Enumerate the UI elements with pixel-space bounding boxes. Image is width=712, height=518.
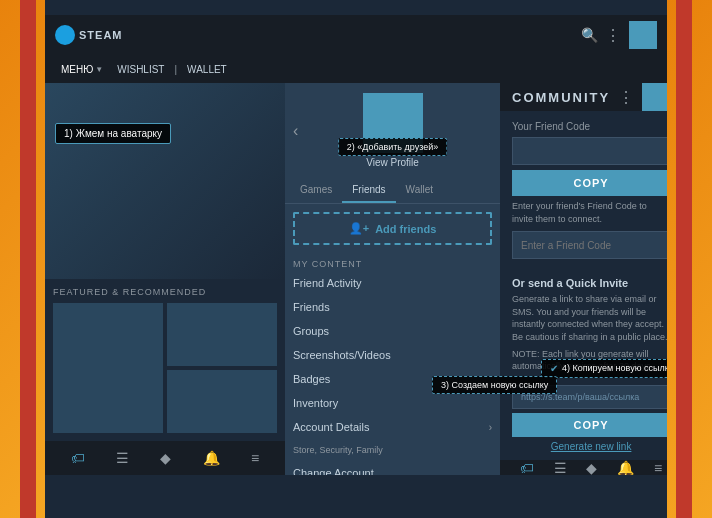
list-icon[interactable]: ☰ xyxy=(116,450,129,466)
nav-wishlist[interactable]: WISHLIST xyxy=(111,60,170,79)
quick-invite-title: Or send a Quick Invite xyxy=(512,277,667,289)
bell-icon-right[interactable]: 🔔 xyxy=(617,460,634,475)
more-options-icon[interactable]: ⋮ xyxy=(605,26,621,45)
profile-area xyxy=(45,83,285,279)
left-panel: 1) Жмем на аватарку FEATURED & RECOMMEND… xyxy=(45,83,285,475)
menu-icon[interactable]: ≡ xyxy=(251,450,259,466)
enter-friend-code-input[interactable] xyxy=(512,231,667,259)
bottom-bar-left: 🏷 ☰ ◆ 🔔 ≡ xyxy=(45,441,285,475)
checkmark-icon: ✔ xyxy=(550,363,558,374)
friend-code-label: Your Friend Code xyxy=(512,121,667,132)
tooltip-4: ✔ 4) Копируем новую ссылку xyxy=(541,359,667,378)
link-area: ✔ 4) Копируем новую ссылку https://s.tea… xyxy=(500,377,667,460)
nav-wallet[interactable]: WALLET xyxy=(181,60,233,79)
featured-title: FEATURED & RECOMMENDED xyxy=(53,287,277,297)
tag-icon-right[interactable]: 🏷 xyxy=(520,460,534,475)
gift-ribbon-vertical-right xyxy=(676,0,692,518)
steam-header: STEAM 🔍 ⋮ xyxy=(45,15,667,55)
menu-item-friends[interactable]: Friends xyxy=(285,295,500,319)
profile-card: ‹ View Profile 2) «Добавить друзей» xyxy=(285,83,500,178)
bottom-bar-right: 🏷 ☰ ◆ 🔔 ≡ xyxy=(500,460,667,475)
tooltip-1: 1) Жмем на аватарку xyxy=(55,123,171,144)
menu-item-screenshots[interactable]: Screenshots/Videos xyxy=(285,343,500,367)
profile-tabs: Games Friends Wallet xyxy=(285,178,500,204)
steam-title: STEAM xyxy=(79,29,123,41)
gift-ribbon-vertical-left xyxy=(20,0,36,518)
featured-section: FEATURED & RECOMMENDED xyxy=(45,279,285,441)
featured-image-large xyxy=(53,303,163,433)
generate-new-link-button[interactable]: Generate new link xyxy=(551,441,632,452)
add-friends-button[interactable]: 👤+ Add friends xyxy=(293,212,492,245)
friend-code-input[interactable] xyxy=(512,137,667,165)
invite-text: Enter your friend's Friend Code to invit… xyxy=(512,200,667,225)
main-container: STEAM 🔍 ⋮ МЕНЮ ▼ WISHLIST | WALLET 1) Жм… xyxy=(45,15,667,505)
tooltip-3: 3) Создаем новую ссылку xyxy=(432,376,557,394)
copy-friend-code-button[interactable]: COPY xyxy=(512,170,667,196)
menu-item-groups[interactable]: Groups xyxy=(285,319,500,343)
account-arrow-icon: › xyxy=(489,422,492,433)
tab-wallet[interactable]: Wallet xyxy=(396,178,443,203)
menu-list: Friend Activity Friends Groups Screensho… xyxy=(285,271,500,475)
menu-item-account-sub: Store, Security, Family xyxy=(285,439,500,461)
menu-item-account[interactable]: Account Details › xyxy=(285,415,500,439)
copy-link-button[interactable]: COPY xyxy=(512,413,667,437)
tab-games[interactable]: Games xyxy=(290,178,342,203)
steam-logo: STEAM xyxy=(55,25,123,45)
menu-icon-right[interactable]: ≡ xyxy=(654,460,662,475)
menu-item-change-account[interactable]: Change Account xyxy=(285,461,500,475)
my-content-label: MY CONTENT xyxy=(285,253,500,271)
bell-icon[interactable]: 🔔 xyxy=(203,450,220,466)
community-more-icon[interactable]: ⋮ xyxy=(618,88,634,107)
tooltip-4-text: 4) Копируем новую ссылку xyxy=(562,363,667,373)
steam-navigation: МЕНЮ ▼ WISHLIST | WALLET xyxy=(45,55,667,83)
view-profile-button[interactable]: View Profile xyxy=(366,157,419,168)
user-avatar-header[interactable] xyxy=(629,21,657,49)
content-area: 1) Жмем на аватарку FEATURED & RECOMMEND… xyxy=(45,83,667,475)
generate-link-container: 3) Создаем новую ссылку Generate new lin… xyxy=(512,441,667,452)
menu-item-inventory[interactable]: Inventory xyxy=(285,391,500,415)
add-friends-label: Add friends xyxy=(375,223,436,235)
steam-icon xyxy=(55,25,75,45)
nav-separator: | xyxy=(172,64,179,75)
quick-invite-desc: Generate a link to share via email or SM… xyxy=(512,293,667,343)
tag-icon[interactable]: 🏷 xyxy=(71,450,85,466)
quick-invite-section: Or send a Quick Invite Generate a link t… xyxy=(500,277,667,343)
nav-menu[interactable]: МЕНЮ ▼ xyxy=(55,60,109,79)
diamond-icon-right[interactable]: ◆ xyxy=(586,460,597,475)
featured-images xyxy=(53,303,277,433)
friend-code-section: Your Friend Code COPY Enter your friend'… xyxy=(500,111,667,231)
account-label: Account Details xyxy=(293,421,369,433)
community-header: COMMUNITY ⋮ xyxy=(500,83,667,111)
menu-item-friend-activity[interactable]: Friend Activity xyxy=(285,271,500,295)
middle-panel: ‹ View Profile 2) «Добавить друзей» Game… xyxy=(285,83,500,475)
right-panel: COMMUNITY ⋮ Your Friend Code COPY Enter … xyxy=(500,83,667,475)
search-icon[interactable]: 🔍 xyxy=(581,27,597,43)
steam-panel: STEAM 🔍 ⋮ МЕНЮ ▼ WISHLIST | WALLET 1) Жм… xyxy=(45,15,667,475)
community-avatar[interactable] xyxy=(642,83,667,111)
tab-friends[interactable]: Friends xyxy=(342,178,395,203)
back-arrow-icon[interactable]: ‹ xyxy=(293,122,298,140)
diamond-icon[interactable]: ◆ xyxy=(160,450,171,466)
list-icon-right[interactable]: ☰ xyxy=(554,460,567,475)
community-title: COMMUNITY xyxy=(512,90,610,105)
add-friends-icon: 👤+ xyxy=(349,222,369,235)
tooltip-2: 2) «Добавить друзей» xyxy=(338,138,448,156)
enter-friend-code-section xyxy=(500,231,667,265)
featured-image-1 xyxy=(167,303,277,366)
featured-image-2 xyxy=(167,370,277,433)
